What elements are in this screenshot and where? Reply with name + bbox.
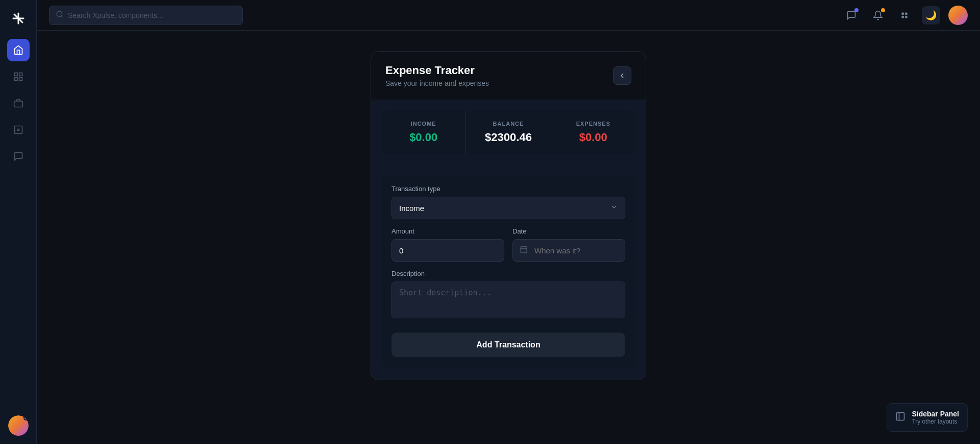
transaction-type-label: Transaction type: [391, 185, 625, 193]
navbar-right: 🌙: [842, 6, 968, 25]
sidebar-item-file[interactable]: [7, 119, 30, 141]
transaction-type-select-wrapper: Income Expense: [391, 197, 625, 219]
theme-toggle-btn[interactable]: 🌙: [922, 6, 940, 25]
income-stat: INCOME $0.00: [381, 110, 466, 154]
svg-point-12: [902, 13, 903, 14]
sidebar-panel-hint[interactable]: Sidebar Panel Try other layouts: [887, 403, 968, 432]
navbar-user-avatar[interactable]: [948, 6, 968, 25]
grid-icon-btn[interactable]: [895, 6, 914, 25]
sidebar-item-note[interactable]: [7, 145, 30, 168]
search-bar[interactable]: [49, 6, 243, 25]
description-label: Description: [391, 270, 625, 277]
date-label: Date: [512, 227, 625, 235]
sidebar-user-avatar[interactable]: [8, 415, 29, 436]
svg-point-14: [902, 16, 903, 17]
date-group: Date: [512, 227, 625, 262]
moon-icon: 🌙: [925, 10, 937, 21]
sidebar: [0, 0, 37, 444]
svg-line-11: [61, 16, 63, 17]
stats-row: INCOME $0.00 BALANCE $2300.46 EXPENSES $…: [381, 110, 635, 154]
amount-label: Amount: [391, 227, 504, 235]
date-input[interactable]: [512, 239, 625, 262]
expense-card-subtitle: Save your income and expenses: [385, 79, 489, 87]
income-value: $0.00: [389, 131, 457, 144]
form-section: Transaction type Income Expense: [371, 165, 646, 380]
svg-rect-3: [14, 73, 17, 76]
svg-point-10: [57, 11, 62, 17]
svg-rect-8: [14, 126, 22, 134]
svg-point-9: [17, 129, 19, 130]
svg-rect-20: [897, 412, 904, 420]
stats-section: INCOME $0.00 BALANCE $2300.46 EXPENSES $…: [371, 100, 646, 165]
expense-card-title-group: Expense Tracker Save your income and exp…: [385, 64, 489, 87]
calendar-icon: [520, 245, 528, 255]
balance-value: $2300.46: [474, 131, 542, 144]
svg-rect-4: [19, 73, 22, 76]
svg-point-13: [905, 13, 907, 14]
income-label: INCOME: [389, 121, 457, 127]
content-area: Expense Tracker Save your income and exp…: [37, 31, 980, 444]
balance-stat: BALANCE $2300.46: [466, 110, 551, 154]
navbar: 🌙: [37, 0, 980, 31]
svg-rect-7: [14, 101, 22, 107]
expense-card-title: Expense Tracker: [385, 64, 489, 77]
transaction-type-group: Transaction type Income Expense: [391, 185, 625, 219]
sidebar-panel-title: Sidebar Panel: [912, 410, 959, 418]
svg-rect-6: [19, 78, 22, 81]
main-area: 🌙 Expense Tracker Save your income and e…: [37, 0, 980, 444]
sidebar-panel-subtitle: Try other layouts: [912, 418, 959, 425]
sidebar-panel-hint-text: Sidebar Panel Try other layouts: [912, 410, 959, 425]
transaction-type-select[interactable]: Income Expense: [391, 197, 625, 219]
app-logo[interactable]: [8, 8, 29, 29]
bell-icon-btn[interactable]: [869, 6, 887, 25]
balance-label: BALANCE: [474, 121, 542, 127]
amount-group: Amount: [391, 227, 504, 262]
sidebar-item-grid[interactable]: [7, 65, 30, 88]
sidebar-item-briefcase[interactable]: [7, 92, 30, 114]
form-card: Transaction type Income Expense: [381, 175, 635, 367]
sidebar-panel-icon: [895, 411, 905, 424]
expense-card-header: Expense Tracker Save your income and exp…: [371, 52, 646, 100]
svg-point-15: [905, 16, 907, 17]
chat-notification-dot: [854, 8, 859, 12]
expenses-value: $0.00: [559, 131, 627, 144]
add-transaction-button[interactable]: Add Transaction: [391, 333, 625, 357]
bell-notification-dot: [881, 8, 885, 12]
amount-input[interactable]: [391, 239, 504, 262]
svg-rect-5: [14, 78, 17, 81]
search-input[interactable]: [68, 11, 236, 19]
amount-date-row: Amount Date: [391, 227, 625, 262]
expenses-stat: EXPENSES $0.00: [551, 110, 635, 154]
sidebar-item-dashboard[interactable]: [7, 39, 30, 61]
search-icon: [56, 10, 64, 20]
expense-tracker-card: Expense Tracker Save your income and exp…: [371, 51, 646, 380]
back-button[interactable]: [613, 66, 631, 85]
date-input-wrapper: [512, 239, 625, 262]
svg-rect-16: [521, 247, 527, 253]
chat-icon-btn[interactable]: [842, 6, 861, 25]
avatar-notification-badge: [23, 415, 29, 420]
expenses-label: EXPENSES: [559, 121, 627, 127]
description-textarea[interactable]: [391, 282, 625, 318]
description-group: Description: [391, 270, 625, 320]
